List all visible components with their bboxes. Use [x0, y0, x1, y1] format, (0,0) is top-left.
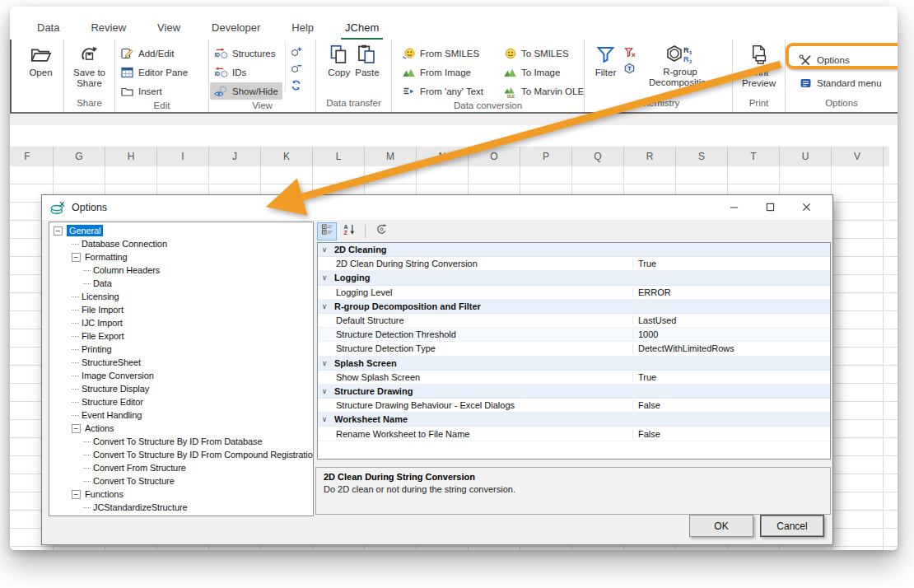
- column-header-q[interactable]: Q: [572, 147, 624, 166]
- structures-button[interactable]: ID Structures: [210, 44, 279, 62]
- collapse-chevron-icon[interactable]: ∨: [318, 387, 331, 395]
- tree-item-printing[interactable]: Printing: [49, 343, 313, 356]
- alphabetical-sort-button[interactable]: AZ: [339, 222, 359, 240]
- column-header-l[interactable]: L: [313, 147, 365, 166]
- tree-expander-icon[interactable]: −: [54, 226, 63, 236]
- property-row-structure-detection-threshold[interactable]: Structure Detection Threshold1000: [318, 328, 830, 342]
- column-header-s[interactable]: S: [676, 147, 728, 166]
- column-header-t[interactable]: T: [728, 147, 780, 166]
- column-header-v[interactable]: V: [832, 147, 884, 166]
- column-header-o[interactable]: O: [469, 147, 520, 166]
- collapse-chevron-icon[interactable]: ∨: [318, 302, 331, 310]
- save-to-share-button[interactable]: Save to Share: [65, 41, 114, 89]
- print-preview-button[interactable]: Print Preview: [734, 41, 784, 89]
- property-row-structure-drawing-behaviour-excel-dialogs[interactable]: Structure Drawing Behaviour - Excel Dial…: [318, 399, 830, 413]
- tree-item-ijc-import[interactable]: IJC Import: [49, 316, 313, 329]
- menu-tab-developer[interactable]: Developer: [196, 16, 276, 39]
- tree-expander-icon[interactable]: −: [72, 424, 81, 433]
- menu-tab-jchem[interactable]: JChem: [329, 16, 394, 39]
- editor-pane-button[interactable]: Editor Pane: [116, 63, 192, 81]
- property-value[interactable]: False: [632, 429, 830, 439]
- clear-filter-icon[interactable]: [623, 46, 636, 58]
- property-value[interactable]: 1000: [632, 329, 830, 339]
- hexagon-filter-icon[interactable]: [623, 63, 636, 75]
- tree-item-structure-display[interactable]: Structure Display: [49, 382, 313, 395]
- property-category-worksheet-name[interactable]: ∨Worksheet Name: [318, 413, 830, 427]
- to-image-button[interactable]: To Image: [499, 63, 564, 81]
- options-button[interactable]: Options: [795, 52, 854, 69]
- from-any-text-button[interactable]: From 'any' Text: [398, 82, 487, 100]
- column-header-h[interactable]: H: [105, 147, 157, 166]
- collapse-chevron-icon[interactable]: ∨: [318, 273, 331, 282]
- open-button[interactable]: Open: [26, 41, 54, 78]
- column-header-g[interactable]: G: [54, 147, 105, 166]
- show-hide-button[interactable]: Show/Hide: [210, 82, 282, 100]
- categorized-view-button[interactable]: [317, 222, 337, 240]
- column-header-r[interactable]: R: [624, 147, 676, 166]
- minimize-button[interactable]: [716, 197, 752, 218]
- property-category-logging[interactable]: ∨Logging: [318, 271, 830, 285]
- dialog-title-bar[interactable]: X Options: [42, 195, 832, 220]
- tree-item-convert-to-structure[interactable]: Convert To Structure: [49, 474, 313, 488]
- tree-item-actions[interactable]: −Actions: [49, 422, 313, 435]
- tree-item-structure-editor[interactable]: Structure Editor: [49, 395, 313, 408]
- property-category-r-group-decomposition-and-filter[interactable]: ∨R-group Decomposition and Filter: [318, 300, 830, 314]
- tree-item-structuresheet[interactable]: StructureSheet: [49, 356, 313, 369]
- tree-item-licensing[interactable]: Licensing: [49, 290, 313, 303]
- tree-item-image-conversion[interactable]: Image Conversion: [49, 369, 313, 382]
- to-smiles-button[interactable]: To SMILES: [499, 44, 573, 62]
- tree-item-database-connection[interactable]: Database Connection: [49, 237, 313, 250]
- column-header-n[interactable]: N: [417, 147, 469, 166]
- property-value[interactable]: False: [632, 400, 830, 410]
- column-header-f[interactable]: F: [10, 147, 54, 166]
- tree-item-jcstandardizestructure[interactable]: JCStandardizeStructure: [49, 501, 313, 514]
- tree-item-functions[interactable]: −Functions: [49, 488, 313, 501]
- add-edit-button[interactable]: Add/Edit: [116, 44, 178, 62]
- property-row-structure-detection-type[interactable]: Structure Detection TypeDetectWithLimite…: [318, 342, 830, 356]
- collapse-chevron-icon[interactable]: ∨: [318, 359, 331, 367]
- ok-button[interactable]: OK: [689, 515, 753, 537]
- property-value[interactable]: DetectWithLimitedRows: [632, 343, 830, 353]
- hexagon-minus-icon[interactable]: [290, 63, 302, 75]
- from-image-button[interactable]: From Image: [398, 63, 475, 81]
- property-category-structure-drawing[interactable]: ∨Structure Drawing: [318, 385, 830, 399]
- maximize-button[interactable]: [752, 197, 788, 218]
- menu-tab-view[interactable]: View: [142, 16, 196, 39]
- paste-button[interactable]: Paste: [352, 41, 381, 78]
- tree-item-general[interactable]: −General: [49, 224, 313, 237]
- column-header-i[interactable]: I: [157, 147, 209, 166]
- column-header-k[interactable]: K: [261, 147, 313, 166]
- tree-item-file-import[interactable]: File Import: [49, 303, 313, 316]
- property-category-2d-cleaning[interactable]: ∨2D Cleaning: [318, 243, 830, 257]
- column-header-p[interactable]: P: [520, 147, 572, 166]
- tree-item-data[interactable]: Data: [49, 277, 313, 290]
- property-category-splash-screen[interactable]: ∨Splash Screen: [318, 357, 830, 371]
- property-value[interactable]: True: [632, 259, 830, 268]
- property-row-show-splash-screen[interactable]: Show Splash ScreenTrue: [318, 371, 830, 385]
- collapse-chevron-icon[interactable]: ∨: [318, 245, 331, 254]
- menu-tab-data[interactable]: Data: [21, 16, 75, 39]
- tree-item-formatting[interactable]: −Formatting: [49, 250, 313, 264]
- close-button[interactable]: [788, 197, 824, 218]
- tree-item-event-handling[interactable]: Event Handling: [49, 408, 313, 422]
- copy-button[interactable]: Copy: [325, 41, 352, 78]
- tree-expander-icon[interactable]: −: [72, 253, 81, 262]
- property-value[interactable]: LastUsed: [632, 315, 830, 325]
- tree-item-convert-from-structure[interactable]: Convert From Structure: [49, 461, 313, 474]
- rgroup-decomposition-button[interactable]: R1R2 R-group Decomposition: [640, 41, 720, 88]
- property-row-logging-level[interactable]: Logging LevelERROR: [318, 286, 830, 300]
- tree-item-column-headers[interactable]: Column Headers: [49, 264, 313, 277]
- from-smiles-button[interactable]: From SMILES: [398, 44, 483, 62]
- standard-menu-button[interactable]: Standard menu: [795, 75, 886, 92]
- hexagon-plus-icon[interactable]: [290, 46, 302, 58]
- property-value[interactable]: True: [632, 372, 830, 382]
- reset-button[interactable]: [371, 222, 391, 240]
- menu-tab-review[interactable]: Review: [75, 16, 142, 39]
- to-marvin-ole-button[interactable]: OLE To Marvin OLE: [499, 82, 588, 100]
- menu-tab-help[interactable]: Help: [276, 16, 329, 39]
- ids-button[interactable]: ID IDs: [210, 63, 250, 81]
- tree-item-convert-to-structure-by-id-from-database[interactable]: Convert To Structure By ID From Database: [49, 435, 313, 448]
- column-header-j[interactable]: J: [209, 147, 261, 166]
- tree-item-file-export[interactable]: File Export: [49, 329, 313, 343]
- tree-item-convert-to-structure-by-id-from-compound-registration[interactable]: Convert To Structure By ID From Compound…: [49, 448, 313, 461]
